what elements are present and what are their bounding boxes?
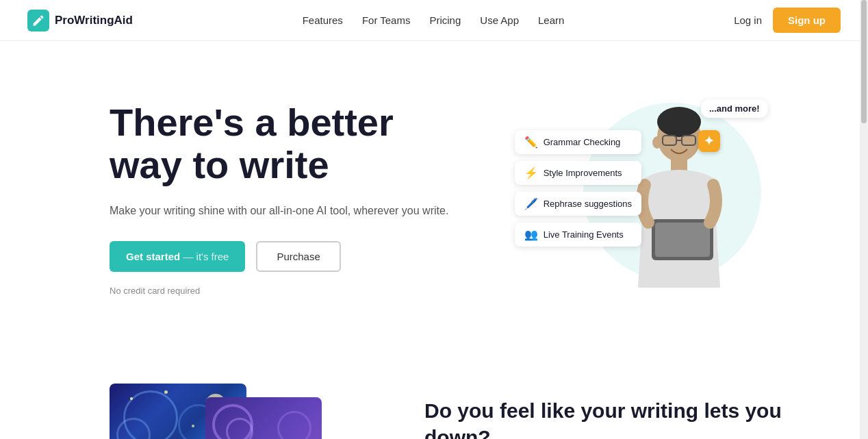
- rephrase-icon: 🖊️: [524, 197, 538, 210]
- login-link[interactable]: Log in: [734, 14, 762, 26]
- feature-card-rephrase: 🖊️ Rephrase suggestions: [515, 192, 641, 216]
- section2: My idea in my head Do you feel like your…: [0, 342, 868, 439]
- purchase-button[interactable]: Purchase: [256, 241, 340, 272]
- hero-right: ...and more! ✦ ✏️ Grammar Checking ⚡ Sty…: [448, 82, 841, 315]
- section2-right: Do you feel like your writing lets you d…: [424, 384, 841, 439]
- hero-illustration: ...and more! ✦ ✏️ Grammar Checking ⚡ Sty…: [515, 89, 775, 308]
- section2-title: Do you feel like your writing lets you d…: [424, 397, 841, 439]
- scrollbar-thumb[interactable]: [861, 0, 867, 123]
- nav-links: Features For Teams Pricing Use App Learn: [303, 14, 565, 26]
- nav-actions: Log in Sign up: [734, 8, 841, 33]
- hero-note: No credit card required: [110, 286, 448, 296]
- section2-images: My idea in my head: [110, 384, 370, 439]
- nav-pricing[interactable]: Pricing: [429, 14, 461, 26]
- signup-button[interactable]: Sign up: [773, 8, 841, 33]
- training-icon: 👥: [524, 228, 538, 241]
- nav-learn[interactable]: Learn: [538, 14, 564, 26]
- and-more-badge: ...and more!: [701, 99, 768, 118]
- logo-text: ProWritingAid: [55, 14, 133, 27]
- get-started-button[interactable]: Get started — it's free: [110, 241, 245, 272]
- logo-link[interactable]: ProWritingAid: [27, 10, 133, 32]
- feature-card-style: ⚡ Style Improvements: [515, 161, 641, 185]
- style-icon: ⚡: [524, 166, 538, 179]
- navbar: ProWritingAid Features For Teams Pricing…: [0, 0, 868, 41]
- grammar-icon: ✏️: [524, 136, 538, 149]
- svg-rect-9: [655, 223, 710, 257]
- nav-use-app[interactable]: Use App: [480, 14, 519, 26]
- purple-swirl-image: My idea in my head: [205, 397, 322, 439]
- feature-card-training: 👥 Live Training Events: [515, 223, 641, 247]
- hero-left: There's a better way to write Make your …: [110, 101, 448, 295]
- hero-title: There's a better way to write: [110, 101, 448, 186]
- svg-rect-7: [671, 158, 687, 171]
- feature-cards: ✏️ Grammar Checking ⚡ Style Improvements…: [515, 130, 641, 247]
- hero-section: There's a better way to write Make your …: [0, 41, 868, 342]
- hero-buttons: Get started — it's free Purchase: [110, 241, 448, 272]
- feature-card-grammar: ✏️ Grammar Checking: [515, 130, 641, 154]
- svg-point-1: [657, 107, 701, 137]
- logo-svg: [31, 14, 45, 27]
- svg-point-5: [652, 136, 662, 149]
- logo-icon: [27, 10, 49, 32]
- scrollbar-track[interactable]: [860, 0, 868, 439]
- nav-for-teams[interactable]: For Teams: [362, 14, 411, 26]
- section2-left: My idea in my head: [110, 384, 370, 439]
- hero-subtitle: Make your writing shine with our all-in-…: [110, 203, 448, 219]
- nav-features[interactable]: Features: [303, 14, 343, 26]
- plus-badge: ✦: [698, 130, 720, 152]
